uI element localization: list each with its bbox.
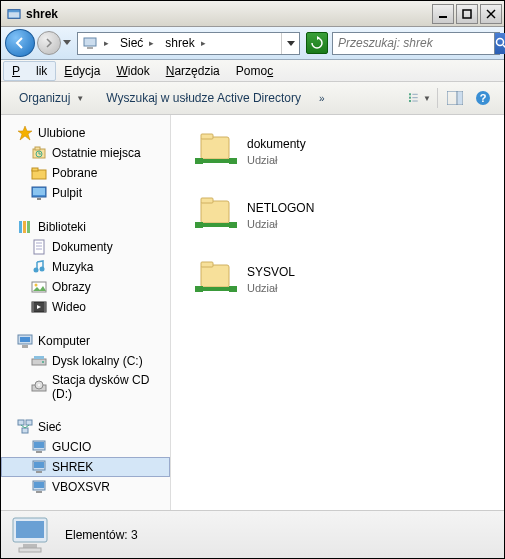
address-segment-network[interactable]: Sieć▸ — [116, 33, 161, 54]
menu-edit[interactable]: Edycja — [56, 62, 108, 80]
share-item-dokumenty[interactable]: dokumenty Udział — [191, 127, 484, 177]
computer-icon — [17, 333, 33, 349]
svg-point-50 — [42, 361, 44, 363]
svg-rect-75 — [195, 222, 203, 228]
active-directory-button[interactable]: Wyszukaj w usłudze Active Directory — [98, 87, 309, 109]
svg-rect-47 — [20, 337, 30, 342]
toolbar: Organizuj▼ Wyszukaj w usłudze Active Dir… — [1, 82, 504, 115]
svg-rect-83 — [23, 544, 37, 548]
svg-rect-29 — [33, 188, 45, 195]
pc-icon — [31, 459, 47, 475]
nav-documents[interactable]: Dokumenty — [1, 237, 170, 257]
svg-rect-12 — [409, 100, 411, 102]
nav-music[interactable]: Muzyka — [1, 257, 170, 277]
menu-bar: Pdocument.currentScript.previousElementS… — [1, 60, 504, 82]
nav-libraries-header[interactable]: Biblioteki — [1, 217, 170, 237]
pictures-icon — [31, 279, 47, 295]
close-button[interactable] — [480, 4, 502, 24]
svg-rect-61 — [34, 442, 44, 448]
svg-rect-45 — [44, 302, 46, 312]
svg-rect-6 — [84, 38, 96, 46]
content-pane[interactable]: dokumenty Udział NETLOGON Udział SYSVO — [171, 115, 504, 510]
nav-favorites-header[interactable]: Ulubione — [1, 123, 170, 143]
maximize-button[interactable] — [456, 4, 478, 24]
svg-rect-82 — [16, 521, 44, 538]
desktop-icon — [31, 185, 47, 201]
back-button[interactable] — [5, 29, 35, 57]
svg-rect-51 — [34, 356, 44, 359]
share-item-netlogon[interactable]: NETLOGON Udział — [191, 191, 484, 241]
svg-rect-1 — [9, 12, 20, 17]
search-box — [332, 32, 500, 55]
menu-view[interactable]: Widok — [108, 62, 157, 80]
svg-text:?: ? — [480, 92, 487, 104]
nav-recent-places[interactable]: Ostatnie miejsca — [1, 143, 170, 163]
star-icon — [17, 125, 33, 141]
app-icon — [7, 7, 21, 21]
nav-desktop[interactable]: Pulpit — [1, 183, 170, 203]
svg-rect-55 — [18, 420, 24, 425]
help-button[interactable]: ? — [472, 87, 494, 109]
menu-help[interactable]: Pomoc — [228, 62, 281, 80]
navigation-bar: ▸ Sieć▸ shrek▸ — [1, 27, 504, 60]
nav-cd-drive[interactable]: Stacja dysków CD (D:) — [1, 371, 170, 403]
svg-rect-80 — [229, 286, 237, 292]
toolbar-overflow[interactable]: » — [315, 89, 329, 108]
svg-rect-76 — [229, 222, 237, 228]
address-dropdown[interactable] — [281, 33, 299, 54]
network-icon — [17, 419, 33, 435]
svg-rect-70 — [201, 134, 213, 139]
svg-rect-84 — [19, 548, 41, 552]
refresh-button[interactable] — [306, 32, 328, 54]
nav-history-dropdown[interactable] — [63, 40, 71, 46]
nav-network-header[interactable]: Sieć — [1, 417, 170, 437]
forward-button[interactable] — [37, 31, 61, 55]
svg-rect-48 — [22, 345, 28, 348]
nav-downloads[interactable]: Pobrane — [1, 163, 170, 183]
svg-rect-65 — [36, 471, 42, 473]
folder-icon — [31, 165, 47, 181]
nav-local-disk[interactable]: Dysk lokalny (C:) — [1, 351, 170, 371]
nav-network-vboxsvr[interactable]: VBOXSVR — [1, 477, 170, 497]
item-type: Udział — [247, 153, 306, 167]
nav-computer-header[interactable]: Komputer — [1, 331, 170, 351]
nav-videos[interactable]: Wideo — [1, 297, 170, 317]
item-name: NETLOGON — [247, 201, 314, 217]
share-item-sysvol[interactable]: SYSVOL Udział — [191, 255, 484, 305]
view-options-button[interactable]: ▼ — [409, 87, 431, 109]
svg-point-42 — [35, 284, 38, 287]
menu-tools[interactable]: Narzędzia — [158, 62, 228, 80]
organize-button[interactable]: Organizuj▼ — [11, 87, 92, 109]
nav-pictures[interactable]: Obrazy — [1, 277, 170, 297]
svg-rect-10 — [409, 93, 411, 95]
search-button[interactable] — [494, 33, 505, 54]
svg-rect-33 — [27, 221, 30, 233]
svg-rect-30 — [37, 198, 41, 200]
nav-network-gucio[interactable]: GUCIO — [1, 437, 170, 457]
minimize-button[interactable] — [432, 4, 454, 24]
svg-rect-79 — [195, 286, 203, 292]
window-title: shrek — [26, 7, 432, 21]
drive-icon — [31, 353, 47, 369]
preview-pane-button[interactable] — [444, 87, 466, 109]
menu-file[interactable]: Pdocument.currentScript.previousElementS… — [3, 61, 56, 81]
navigation-pane[interactable]: Ulubione Ostatnie miejsca Pobrane Pulpit… — [1, 115, 171, 510]
details-pane: Elementów: 3 — [1, 510, 504, 558]
status-text: Elementów: 3 — [65, 528, 138, 542]
address-computer-icon[interactable]: ▸ — [78, 33, 116, 54]
svg-rect-3 — [463, 10, 471, 18]
svg-rect-78 — [201, 262, 213, 267]
address-segment-host[interactable]: shrek▸ — [161, 33, 212, 54]
share-folder-icon — [195, 195, 237, 237]
pc-icon — [31, 479, 47, 495]
titlebar[interactable]: shrek — [1, 1, 504, 27]
svg-point-39 — [40, 267, 45, 272]
item-name: SYSVOL — [247, 265, 295, 281]
documents-icon — [31, 239, 47, 255]
search-input[interactable] — [333, 36, 494, 50]
item-name: dokumenty — [247, 137, 306, 153]
svg-rect-27 — [32, 168, 38, 171]
libraries-icon — [17, 219, 33, 235]
nav-network-shrek[interactable]: SHREK — [1, 457, 170, 477]
address-bar[interactable]: ▸ Sieć▸ shrek▸ — [77, 32, 300, 55]
